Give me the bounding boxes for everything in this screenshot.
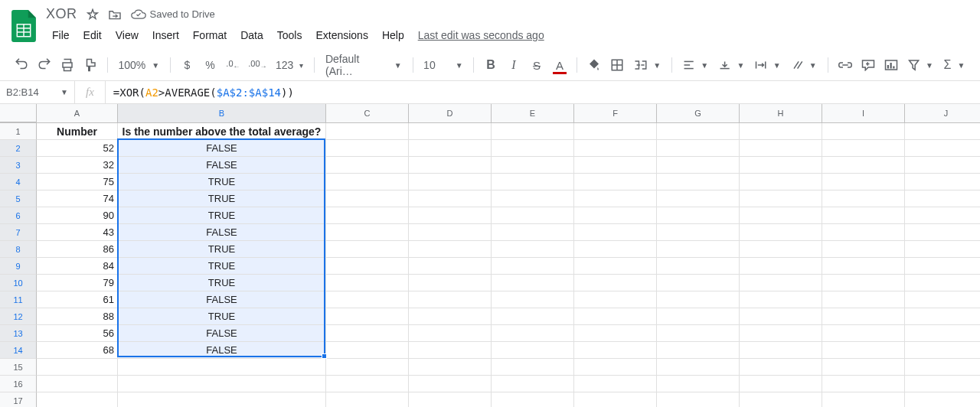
cell[interactable] [905, 359, 980, 376]
cell[interactable] [409, 157, 492, 174]
cell[interactable] [574, 392, 657, 407]
row-header[interactable]: 14 [0, 342, 37, 359]
v-align-button[interactable]: ▼ [714, 54, 749, 76]
cell[interactable] [905, 392, 980, 407]
cell[interactable] [657, 392, 740, 407]
sheets-app-icon[interactable] [9, 6, 38, 43]
cell[interactable]: 68 [37, 342, 118, 359]
cell[interactable] [492, 190, 574, 207]
number-format-select[interactable]: 123▾ [271, 54, 308, 76]
cell[interactable] [574, 190, 657, 207]
cell[interactable] [409, 190, 492, 207]
select-all-corner[interactable] [0, 104, 37, 122]
cell[interactable] [657, 308, 740, 325]
cell[interactable] [326, 140, 409, 157]
cell[interactable] [574, 140, 657, 157]
cell[interactable] [905, 308, 980, 325]
cell[interactable] [492, 376, 574, 392]
cell[interactable] [740, 308, 822, 325]
cell[interactable] [574, 291, 657, 308]
cell[interactable] [657, 123, 740, 140]
cell[interactable] [740, 392, 822, 407]
cell[interactable]: 88 [37, 308, 118, 325]
cell[interactable] [409, 308, 492, 325]
cell[interactable] [740, 157, 822, 174]
row-header[interactable]: 6 [0, 207, 37, 224]
col-header-A[interactable]: A [37, 104, 118, 122]
cell[interactable] [657, 359, 740, 376]
cell[interactable] [740, 325, 822, 342]
filter-button[interactable]: ▼ [903, 54, 938, 76]
merge-cells-button[interactable]: ▼ [629, 54, 665, 76]
cell[interactable] [740, 140, 822, 157]
cell[interactable] [657, 376, 740, 392]
cell[interactable] [822, 376, 905, 392]
cell[interactable] [905, 123, 980, 140]
cell[interactable] [905, 157, 980, 174]
menu-insert[interactable]: Insert [146, 25, 185, 45]
col-header-B[interactable]: B [118, 104, 326, 122]
cell[interactable] [657, 275, 740, 291]
cell[interactable] [905, 325, 980, 342]
cell[interactable] [492, 308, 574, 325]
cell[interactable] [822, 325, 905, 342]
cell[interactable]: TRUE [118, 258, 326, 275]
row-header[interactable]: 9 [0, 258, 37, 275]
cell[interactable] [409, 174, 492, 190]
cell[interactable]: 61 [37, 291, 118, 308]
cell[interactable]: 84 [37, 258, 118, 275]
cell[interactable] [409, 241, 492, 258]
cell[interactable] [409, 325, 492, 342]
cell[interactable] [409, 224, 492, 241]
cell[interactable] [326, 190, 409, 207]
cell[interactable] [905, 342, 980, 359]
cell[interactable]: 86 [37, 241, 118, 258]
doc-title[interactable]: XOR [46, 6, 77, 22]
cell[interactable] [326, 359, 409, 376]
cell[interactable]: FALSE [118, 140, 326, 157]
cell[interactable] [37, 376, 118, 392]
comment-button[interactable] [858, 54, 879, 76]
cell[interactable] [822, 140, 905, 157]
cell[interactable] [657, 291, 740, 308]
row-header[interactable]: 8 [0, 241, 37, 258]
cell[interactable] [574, 325, 657, 342]
cell[interactable]: 43 [37, 224, 118, 241]
col-header-H[interactable]: H [740, 104, 822, 122]
cell[interactable]: 52 [37, 140, 118, 157]
strikethrough-button[interactable]: S [526, 54, 547, 76]
currency-button[interactable]: $ [177, 54, 198, 76]
cell-reference-box[interactable]: B2:B14 ▼ [0, 81, 75, 103]
cell[interactable] [905, 291, 980, 308]
cell[interactable] [492, 342, 574, 359]
last-edit-link[interactable]: Last edit was seconds ago [418, 29, 544, 41]
col-header-I[interactable]: I [822, 104, 905, 122]
col-header-J[interactable]: J [905, 104, 980, 122]
cell[interactable] [740, 190, 822, 207]
cell[interactable] [822, 258, 905, 275]
cell[interactable] [740, 224, 822, 241]
cell[interactable] [574, 207, 657, 224]
cell[interactable] [740, 376, 822, 392]
cell[interactable] [822, 342, 905, 359]
row-header[interactable]: 15 [0, 359, 37, 376]
cell[interactable] [326, 325, 409, 342]
cell[interactable] [409, 207, 492, 224]
cell[interactable] [409, 342, 492, 359]
cell[interactable] [905, 207, 980, 224]
cell[interactable] [409, 392, 492, 407]
cell[interactable] [37, 359, 118, 376]
col-header-F[interactable]: F [574, 104, 657, 122]
cell[interactable] [492, 275, 574, 291]
cell[interactable] [657, 174, 740, 190]
undo-button[interactable] [11, 54, 32, 76]
cell[interactable]: 79 [37, 275, 118, 291]
italic-button[interactable]: I [503, 54, 524, 76]
cell[interactable] [574, 275, 657, 291]
cell[interactable] [905, 376, 980, 392]
rotate-button[interactable]: ▼ [787, 54, 822, 76]
cell[interactable] [326, 275, 409, 291]
fill-color-button[interactable] [583, 54, 605, 76]
cell[interactable] [492, 140, 574, 157]
cell[interactable] [574, 258, 657, 275]
